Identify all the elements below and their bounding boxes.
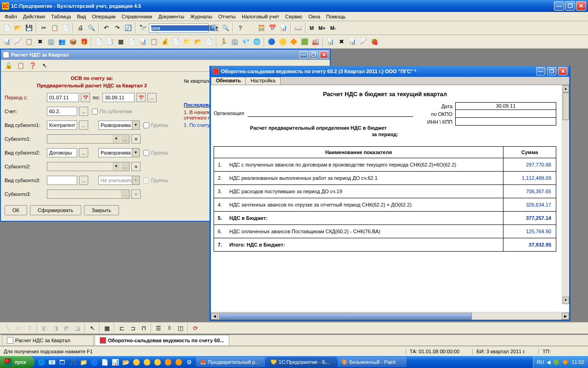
tb2-30[interactable]: ✖ (336, 37, 346, 47)
memory-mminus[interactable]: M- (328, 25, 338, 31)
input-vid2[interactable] (47, 148, 77, 157)
preview-icon[interactable]: 🔍 (86, 23, 96, 33)
align1-icon[interactable]: ⊏ (117, 323, 127, 333)
tray-icon-2[interactable]: 🟢 (553, 359, 560, 365)
dist3-icon[interactable]: ◫ (175, 323, 186, 333)
win1-tb3[interactable]: ❓ (28, 61, 38, 71)
input-schet[interactable] (47, 107, 77, 116)
tb2-22[interactable]: 💎 (241, 37, 251, 47)
win2-max[interactable]: ❐ (547, 67, 556, 75)
menu-table[interactable]: Таблица (48, 13, 74, 20)
find-next-icon[interactable]: 🔍 (209, 23, 220, 33)
redo-icon[interactable]: ↷ (112, 23, 122, 33)
owtab-2[interactable]: Оборотно-сальдовая ведомость по счету 60… (95, 335, 229, 346)
tab-settings[interactable]: Настройка (246, 77, 280, 85)
memory-m[interactable]: M (308, 25, 316, 31)
menu-journals[interactable]: Журналы (187, 13, 215, 20)
close-button[interactable]: ✕ (576, 1, 586, 11)
win2-close[interactable]: ✕ (558, 67, 567, 75)
dd-razv1[interactable]: Разворачива▼ (98, 121, 140, 130)
menu-catalogs[interactable]: Справочники (119, 13, 155, 20)
ql-4[interactable]: 🎵 (68, 357, 78, 367)
tb2-31[interactable]: 📊 (347, 37, 357, 47)
close-button2[interactable]: Закрыть (84, 205, 119, 215)
win1-tb1[interactable]: 🔓 (4, 61, 14, 71)
tb2-32[interactable]: 📈 (358, 37, 368, 47)
input-sub1[interactable]: ▼... (47, 134, 130, 144)
calendar-from-icon[interactable]: 📅 (81, 93, 90, 102)
dist2-icon[interactable]: ⫴ (164, 323, 175, 333)
calendar-to-icon[interactable]: 📅 (136, 93, 146, 102)
book-icon[interactable]: 📖 (293, 23, 303, 33)
dd-razv2[interactable]: Разворачива▼ (98, 148, 140, 157)
cut-icon[interactable]: ✂ (39, 23, 49, 33)
chk-subschet[interactable] (92, 109, 98, 115)
win1-close[interactable]: ✕ (320, 51, 328, 58)
new-icon[interactable]: 📄 (2, 23, 12, 33)
help-icon[interactable]: ? (235, 23, 245, 33)
calc-icon[interactable]: 🧮 (256, 23, 266, 33)
tab-update[interactable]: Обновить (211, 77, 246, 85)
chk-gr1[interactable] (143, 122, 149, 128)
report-icon[interactable]: 📊 (278, 23, 288, 33)
vid2-pick[interactable] (79, 148, 88, 157)
clear-sub1[interactable]: ✕ (131, 134, 141, 144)
tb2-21[interactable]: 🏢 (230, 37, 240, 47)
ql-11[interactable]: 🟡 (142, 357, 152, 367)
tb2-28[interactable]: 🏭 (311, 37, 321, 47)
tb2-1[interactable]: 📊 (2, 37, 12, 47)
task-firefox[interactable]: 🦊 Предварительный р... (196, 357, 265, 367)
owtab-1[interactable]: Расчет НДС за Квартал (2, 335, 94, 346)
tb2-6[interactable]: 👥 (57, 37, 67, 47)
win2-titlebar[interactable]: Оборотно-сальдовая ведомость по счету 60… (211, 66, 569, 77)
menu-file[interactable]: Файл (2, 13, 20, 20)
tb2-23[interactable]: 🌐 (252, 37, 262, 47)
input-vid1[interactable] (47, 121, 77, 130)
clear-sub2[interactable]: ✕ (131, 162, 141, 171)
ql-1[interactable]: 🌐 (36, 357, 46, 367)
tb2-11[interactable]: ▦ (116, 37, 126, 47)
task-1c[interactable]: 💛 1С:Предприятие - Б... (267, 357, 336, 367)
tb2-19[interactable]: 📄 (204, 37, 214, 47)
tray-icon-3[interactable]: 🔶 (562, 359, 569, 365)
chk-gr2[interactable] (143, 150, 149, 156)
menu-help[interactable]: Помощь (323, 13, 349, 20)
scroll-down-icon[interactable]: ▼ (563, 297, 569, 304)
print-icon[interactable]: 🖨 (75, 23, 85, 33)
task-paint[interactable]: 🎨 Безымянный - Paint (338, 357, 407, 367)
tb2-29[interactable]: 📊 (325, 37, 335, 47)
tb2-17[interactable]: 📁 (182, 37, 192, 47)
menu-service[interactable]: Сервис (283, 13, 305, 20)
win2-min[interactable]: — (536, 67, 545, 75)
tb2-33[interactable]: 🍓 (369, 37, 379, 47)
lang-indicator[interactable]: RU (537, 359, 544, 365)
menu-reports[interactable]: Отчеты (215, 13, 238, 20)
tb2-13[interactable]: 📊 (138, 37, 148, 47)
tb2-16[interactable]: 📄 (171, 37, 181, 47)
menu-operations[interactable]: Операции (89, 13, 118, 20)
align2-icon[interactable]: ⊐ (128, 323, 138, 333)
ql-9[interactable]: 📂 (121, 357, 131, 367)
ok-button[interactable]: ОК (5, 205, 27, 215)
scroll-left-icon[interactable]: ◀ (211, 313, 218, 320)
ql-14[interactable]: 🟠 (174, 357, 184, 367)
start-button[interactable]: пуск (0, 356, 34, 368)
vid3-pick[interactable] (79, 176, 88, 185)
tb2-25[interactable]: 🟡 (277, 37, 288, 47)
save-icon[interactable]: 💾 (24, 23, 34, 33)
win1-titlebar[interactable]: Расчет НДС за Квартал — ❐ ✕ (1, 50, 330, 60)
ql-8[interactable]: 📊 (110, 357, 120, 367)
tb2-15[interactable]: 💰 (160, 37, 170, 47)
tb2-27[interactable]: 🟩 (300, 37, 310, 47)
ql-15[interactable]: ⚙ (184, 357, 194, 367)
tb2-14[interactable]: 📋 (149, 37, 159, 47)
win1-max[interactable]: ❐ (310, 51, 318, 58)
ql-6[interactable]: 🌀 (89, 357, 99, 367)
tb2-10[interactable]: 📑 (105, 37, 115, 47)
open-icon[interactable]: 📂 (13, 23, 23, 33)
copy-icon[interactable]: 📋 (50, 23, 60, 33)
search-combo[interactable]: ▼ (149, 23, 209, 33)
win1-min[interactable]: — (300, 51, 308, 58)
ql-3[interactable]: 🗔 (57, 357, 68, 367)
tb2-3[interactable]: 📋 (24, 37, 34, 47)
